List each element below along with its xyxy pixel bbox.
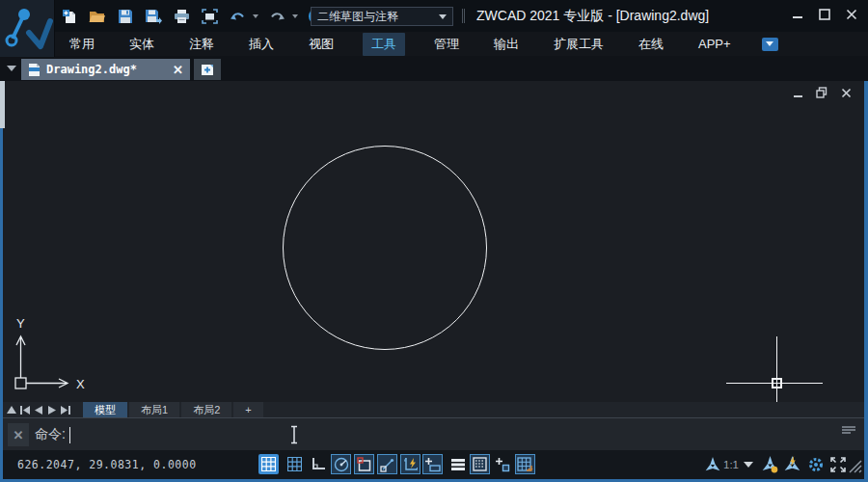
ribbon-tab-output[interactable]: 输出 <box>488 33 525 56</box>
object-snap-button[interactable] <box>354 454 374 474</box>
triangle-up-icon <box>7 406 16 414</box>
printer-icon <box>174 9 190 24</box>
maximize-icon <box>819 9 830 20</box>
grid-toggle-button[interactable] <box>258 454 279 474</box>
command-prompt-text: 命令: <box>35 426 66 443</box>
layout-next-button[interactable] <box>46 404 58 416</box>
document-tab-close-icon[interactable]: ✕ <box>173 64 183 76</box>
next-tab-icon <box>48 406 56 415</box>
prev-tab-icon <box>35 406 42 415</box>
open-folder-icon <box>89 9 106 24</box>
doc-restore-button[interactable] <box>815 86 828 99</box>
redo-dropdown-arrow[interactable] <box>292 14 298 18</box>
maximize-button[interactable] <box>816 6 833 23</box>
doc-close-button[interactable] <box>839 86 853 99</box>
document-tab-bar: Drawing2.dwg* ✕ <box>0 56 868 81</box>
polar-tracking-button[interactable] <box>331 454 351 474</box>
title-bar: ? 二维草图与注释 ZWCAD 2021 专业版 - [Drawing2.dwg… <box>0 0 868 32</box>
annotation-visibility-button[interactable] <box>760 454 780 474</box>
ucs-y-label: Y <box>16 316 25 331</box>
ribbon-collapse-button[interactable] <box>762 38 778 51</box>
app-logo[interactable] <box>0 0 55 57</box>
lineweight-toggle-button[interactable] <box>448 454 468 474</box>
undo-dropdown-arrow[interactable] <box>253 14 258 18</box>
redo-button[interactable] <box>267 7 286 26</box>
layout-tab-layout1[interactable]: 布局1 <box>129 402 179 417</box>
circle-entity[interactable] <box>283 146 487 350</box>
command-close-button[interactable]: ✕ <box>8 423 29 446</box>
dwg-file-icon <box>28 63 41 77</box>
snap-toggle-button[interactable] <box>285 454 305 474</box>
ortho-icon <box>311 457 326 471</box>
save-as-button[interactable] <box>144 7 163 26</box>
print-button[interactable] <box>172 7 191 26</box>
ribbon-tab-insert[interactable]: 插入 <box>243 33 280 56</box>
save-button[interactable] <box>116 7 135 26</box>
drawing-canvas[interactable]: Y X <box>3 81 864 402</box>
transparency-toggle-button[interactable] <box>470 454 490 474</box>
resize-grip-icon <box>847 458 862 473</box>
ortho-toggle-button[interactable] <box>308 454 328 474</box>
layout-prev-button[interactable] <box>33 404 44 416</box>
new-document-button[interactable] <box>194 59 221 80</box>
history-lines-icon <box>841 425 856 435</box>
layout-tab-layout2[interactable]: 布局2 <box>181 402 231 417</box>
dynamic-ucs-button[interactable] <box>400 454 420 474</box>
layout-menu-button[interactable] <box>6 404 17 416</box>
command-line[interactable]: ✕ 命令: <box>3 417 864 450</box>
first-tab-icon <box>20 406 30 415</box>
gear-icon <box>807 456 825 473</box>
annotation-scale-button[interactable] <box>702 454 722 474</box>
ribbon-tab-annotate[interactable]: 注释 <box>183 33 220 56</box>
resize-grip[interactable] <box>847 458 862 477</box>
viewport-maximize-button[interactable] <box>515 454 535 474</box>
object-snap-tracking-button[interactable] <box>377 454 397 474</box>
document-tab-drawing2[interactable]: Drawing2.dwg* ✕ <box>21 59 190 80</box>
dynamic-input-button[interactable] <box>422 454 443 474</box>
close-button[interactable] <box>843 6 860 23</box>
layout-first-button[interactable] <box>19 404 31 416</box>
ucs-icon: Y X <box>5 314 97 399</box>
document-list-arrow[interactable] <box>7 66 16 71</box>
ribbon-tab-tools[interactable]: 工具 <box>363 33 405 56</box>
settings-button[interactable] <box>805 454 826 474</box>
command-history-button[interactable] <box>841 421 856 439</box>
axes-lightning-icon <box>403 457 419 472</box>
scale-dropdown-arrow[interactable] <box>744 462 753 468</box>
quick-access-toolbar: ? <box>60 7 326 26</box>
chevron-down-icon <box>439 14 447 19</box>
fullscreen-button[interactable] <box>827 454 848 474</box>
doc-minimize-button[interactable] <box>791 86 804 99</box>
ribbon-tab-view[interactable]: 视图 <box>303 33 339 56</box>
snap-grid-icon <box>287 457 302 471</box>
minimize-button[interactable] <box>789 6 806 23</box>
doc-restore-icon <box>816 87 827 98</box>
doc-minimize-icon <box>793 88 803 98</box>
layout-last-button[interactable] <box>60 404 71 416</box>
auto-scale-icon <box>783 455 801 473</box>
auto-annotation-scale-button[interactable] <box>782 454 802 474</box>
minimize-icon <box>792 9 803 20</box>
scrollbar-thumb[interactable] <box>0 81 5 128</box>
layout-tab-model[interactable]: 模型 <box>83 402 127 417</box>
ribbon-tab-manage[interactable]: 管理 <box>428 33 465 56</box>
ribbon-tab-app-plus[interactable]: APP+ <box>692 34 737 54</box>
layout-tab-add[interactable]: + <box>233 402 262 417</box>
ribbon-tab-express[interactable]: 扩展工具 <box>548 33 610 56</box>
grid-icon <box>261 457 276 471</box>
preview-button[interactable] <box>200 7 219 26</box>
annotation-scale-value[interactable]: 1:1 <box>723 450 739 479</box>
open-file-button[interactable] <box>88 7 107 26</box>
new-document-icon <box>201 63 215 77</box>
selection-cycling-button[interactable] <box>493 454 513 474</box>
status-bar: 626.2047, 29.0831, 0.0000 <box>3 450 864 479</box>
ribbon-tab-online[interactable]: 在线 <box>633 33 669 56</box>
crosshair-cursor <box>776 336 777 402</box>
ribbon-tab-bar: 常用 实体 注释 插入 视图 工具 管理 输出 扩展工具 在线 APP+ <box>0 32 868 56</box>
ribbon-tab-solid[interactable]: 实体 <box>123 33 160 56</box>
new-file-button[interactable] <box>60 7 79 26</box>
new-file-icon <box>62 9 78 25</box>
undo-button[interactable] <box>228 7 247 26</box>
workspace-dropdown[interactable]: 二维草图与注释 <box>311 7 453 26</box>
ribbon-tab-home[interactable]: 常用 <box>64 33 100 56</box>
